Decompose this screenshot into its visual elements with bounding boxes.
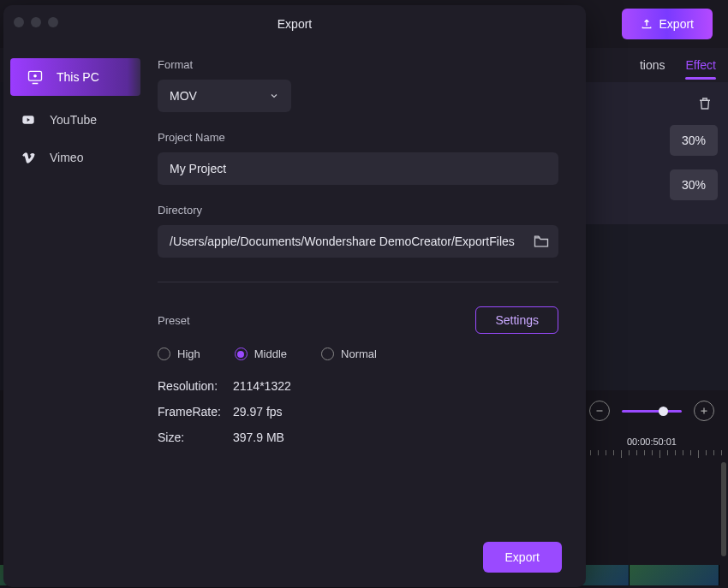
dialog-footer: Export — [3, 527, 586, 587]
size-label: Size: — [158, 431, 233, 444]
directory-label: Directory — [158, 204, 560, 217]
format-value: MOV — [170, 89, 197, 103]
preset-radio-high[interactable]: High — [158, 347, 200, 360]
upload-icon — [641, 18, 653, 30]
preset-radio-group: High Middle Normal — [158, 347, 558, 360]
preset-radio-normal[interactable]: Normal — [321, 347, 377, 360]
format-label: Format — [158, 58, 560, 71]
zoom-slider[interactable] — [622, 410, 682, 413]
zoom-in-button[interactable] — [694, 401, 714, 421]
traffic-minimize[interactable] — [31, 17, 41, 27]
sidebar-item-label: This PC — [57, 70, 99, 84]
traffic-zoom[interactable] — [48, 17, 58, 27]
browse-folder-button[interactable] — [533, 233, 550, 250]
radio-dot-icon — [158, 347, 170, 360]
preset-radio-middle[interactable]: Middle — [235, 347, 287, 360]
zoom-out-button[interactable] — [589, 401, 610, 421]
right-properties-panel: 30% 30% — [574, 82, 728, 224]
preset-label: Preset — [158, 314, 190, 327]
youtube-icon — [19, 110, 38, 129]
zoom-slider-thumb[interactable] — [659, 407, 668, 416]
radio-dot-icon — [321, 347, 334, 360]
opacity-value-2[interactable]: 30% — [670, 169, 718, 200]
info-size: Size: 397.9 MB — [158, 431, 558, 444]
clip-thumb[interactable] — [630, 565, 719, 585]
export-destination-sidebar: This PC YouTube Vimeo — [3, 43, 140, 527]
sidebar-item-label: Vimeo — [50, 151, 83, 164]
project-name-input[interactable] — [158, 152, 558, 185]
framerate-value: 29.97 fps — [233, 405, 283, 419]
pc-icon — [26, 68, 45, 86]
topbar-export-label: Export — [659, 17, 694, 31]
tab-tions-partial[interactable]: tions — [640, 58, 665, 72]
export-confirm-button[interactable]: Export — [483, 542, 562, 573]
sidebar-item-youtube[interactable]: YouTube — [3, 101, 140, 139]
timeline-timecode: 00:00:50:01 — [627, 437, 677, 447]
trash-icon[interactable] — [697, 96, 713, 111]
settings-button[interactable]: Settings — [475, 306, 558, 334]
traffic-close[interactable] — [14, 17, 24, 27]
sidebar-item-this-pc[interactable]: This PC — [10, 58, 140, 96]
zoom-controls — [589, 401, 714, 421]
export-dialog: Export This PC YouTube Vimeo — [3, 5, 586, 587]
export-settings-form: Format MOV Project Name Directory Preset… — [140, 43, 586, 527]
topbar-export-button[interactable]: Export — [622, 9, 713, 39]
opacity-value-1[interactable]: 30% — [670, 125, 718, 156]
radio-dot-icon — [235, 347, 248, 360]
info-resolution: Resolution: 2114*1322 — [158, 379, 558, 393]
vertical-scrollbar[interactable] — [721, 462, 726, 556]
dialog-title: Export — [277, 17, 312, 31]
window-traffic-lights[interactable] — [14, 17, 58, 27]
sidebar-item-vimeo[interactable]: Vimeo — [3, 139, 140, 176]
info-framerate: FrameRate: 29.97 fps — [158, 405, 558, 419]
divider — [158, 282, 558, 282]
resolution-value: 2114*1322 — [233, 379, 291, 393]
radio-label: High — [177, 347, 200, 360]
sidebar-item-label: YouTube — [50, 113, 97, 127]
svg-point-1 — [33, 74, 37, 78]
project-name-label: Project Name — [158, 131, 560, 144]
chevron-down-icon — [269, 91, 279, 101]
radio-label: Normal — [341, 347, 377, 360]
framerate-label: FrameRate: — [158, 405, 233, 419]
radio-label: Middle — [254, 347, 287, 360]
directory-input[interactable] — [158, 225, 558, 258]
tab-effect[interactable]: Effect — [685, 58, 716, 72]
size-value: 397.9 MB — [233, 431, 284, 444]
dialog-titlebar: Export — [3, 5, 586, 43]
resolution-label: Resolution: — [158, 379, 233, 393]
format-select[interactable]: MOV — [158, 80, 291, 112]
vimeo-icon — [19, 148, 38, 167]
